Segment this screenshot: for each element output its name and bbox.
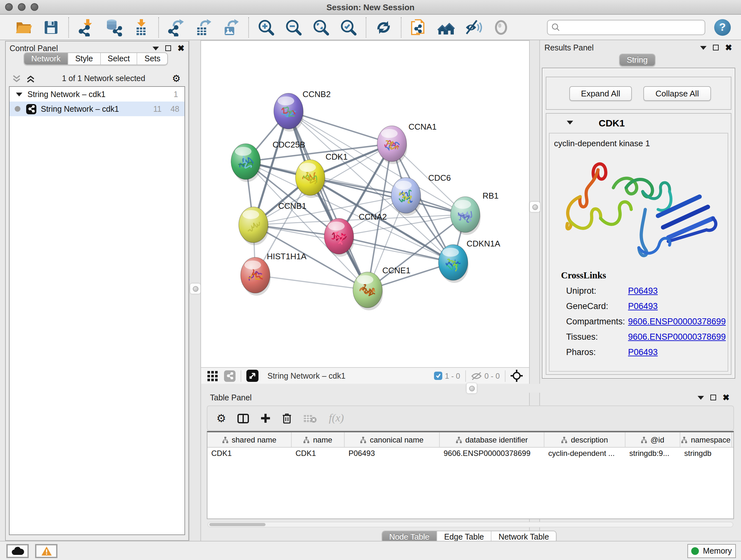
crosslink-pharos-link[interactable]: P06493 [628,348,658,357]
cdk1-section-header[interactable]: CDK1 [546,114,731,132]
table-horizontal-scrollbar[interactable] [207,522,733,527]
column-header-namespace[interactable]: namespace [680,432,732,447]
collection-expand-icon[interactable] [16,92,22,96]
expand-all-networks-icon[interactable] [12,74,21,83]
expand-collapse-box: Expand All Collapse All [546,77,731,110]
graph-node-CDKN1A[interactable] [439,245,468,283]
function-builder-icon[interactable]: f(x) [329,412,344,425]
export-image-button[interactable] [222,18,240,36]
panel-menu-icon[interactable] [152,46,159,50]
column-header--id[interactable]: @id [625,432,680,447]
results-float-panel-icon[interactable] [713,45,719,51]
left-splitter[interactable] [189,40,201,541]
warning-triangle-icon [41,546,52,556]
table-panel-menu-icon[interactable] [697,395,704,399]
table-row[interactable]: CDK1CDK1P064939606.ENSP00000378699cyclin… [207,448,733,460]
import-table-button[interactable] [132,18,150,36]
graph-edge[interactable] [288,111,392,144]
delete-column-trash-icon[interactable] [282,413,292,424]
graph-node-CCNA1[interactable] [377,126,407,164]
graph-node-CCNB2[interactable] [274,93,304,132]
grid-view-icon[interactable] [207,371,218,381]
graph-node-CCNB1[interactable] [239,207,269,245]
network-canvas[interactable]: CCNB2CCNA1CDC25BCDK1CDC6RB1CCNB1CCNA2CDK… [201,41,529,367]
graph-node-CCNE1[interactable] [353,272,383,310]
network-row[interactable]: String Network – cdk1 11 48 [10,102,185,116]
search-input[interactable] [560,22,701,32]
table-cell: P06493 [345,448,440,460]
warnings-button[interactable] [35,544,57,558]
float-panel-icon[interactable] [165,45,171,51]
tab-style[interactable]: Style [68,53,100,64]
graph-node-label: CCNB2 [302,89,331,99]
graph-node-HIST1H1A[interactable] [241,257,271,296]
graph-edge[interactable] [339,236,453,262]
zoom-out-button[interactable] [285,18,302,36]
tab-network[interactable]: Network [24,53,68,64]
collapse-all-button[interactable]: Collapse All [643,86,711,101]
table-float-panel-icon[interactable] [711,395,716,400]
column-header-name[interactable]: name [292,432,345,447]
graph-node-RB1[interactable] [451,197,481,235]
delete-table-icon[interactable] [304,414,318,423]
fit-selection-crosshair-icon[interactable] [511,370,523,382]
hide-results-button[interactable] [465,18,482,36]
crosslink-genecard-link[interactable]: P06493 [628,301,658,311]
column-header-description[interactable]: description [544,432,625,447]
gene-name: CDK1 [599,117,625,128]
cdk1-collapse-icon[interactable] [567,121,573,125]
tab-string[interactable]: String [620,54,655,66]
collapse-all-networks-icon[interactable] [26,74,35,83]
column-header-shared-name[interactable]: shared name [207,432,292,447]
crosslink-compartments-link[interactable]: 9606.ENSP00000378699 [628,317,726,326]
open-session-button[interactable] [15,18,32,36]
tab-select[interactable]: Select [100,53,137,64]
results-panel-menu-icon[interactable] [700,46,706,50]
column-header-canonical-name[interactable]: canonical name [345,432,440,447]
zoom-selected-button[interactable] [340,18,357,36]
create-column-plus-icon[interactable] [261,413,271,423]
graph-node-CDK1[interactable] [295,160,326,198]
import-network-button[interactable] [77,18,95,36]
export-network-button[interactable] [167,18,185,36]
crosslink-tissues-link[interactable]: 9606.ENSP00000378699 [628,332,726,341]
tab-sets[interactable]: Sets [137,53,167,64]
export-table-button[interactable] [195,18,212,36]
save-session-button[interactable] [42,18,60,36]
table-close-panel-icon[interactable]: ✖ [723,393,730,402]
zoom-in-button[interactable] [257,18,275,36]
birds-eye-view-icon[interactable] [246,370,259,382]
memory-status-icon [691,547,699,555]
apply-layout-button[interactable] [375,18,393,36]
crosslink-label: Uniprot: [566,286,628,296]
expand-all-button[interactable]: Expand All [569,86,632,101]
string-home-button[interactable] [437,18,455,36]
show-columns-icon[interactable] [238,414,249,423]
help-button[interactable]: ? [714,19,731,36]
import-database-button[interactable] [105,18,123,36]
search-field[interactable] [547,19,705,35]
graph-edge[interactable] [255,275,367,290]
network-options-gear-icon[interactable]: ⚙ [172,73,181,84]
close-panel-icon[interactable]: ✖ [178,44,185,53]
show-results-button[interactable] [492,18,510,36]
table-settings-gear-icon[interactable]: ⚙ [216,412,226,425]
scrollbar-thumb[interactable] [209,523,266,526]
graph-node-CDC25B[interactable] [231,144,261,182]
floppy-icon [42,18,60,36]
share-document-button[interactable] [410,18,428,36]
network-share-view-icon[interactable] [224,370,235,381]
graph-node-CCNA2[interactable] [324,219,354,257]
selected-checkbox-icon[interactable] [434,372,442,380]
crosslink-uniprot-link[interactable]: P06493 [628,286,658,296]
memory-button[interactable]: Memory [687,544,736,558]
network-graph: CCNB2CCNA1CDC25BCDK1CDC6RB1CCNB1CCNA2CDK… [201,41,529,367]
graph-edge[interactable] [288,111,367,290]
zoom-fit-button[interactable] [312,18,330,36]
cloud-status-button[interactable] [6,544,29,558]
horizontal-splitter[interactable] [201,384,741,393]
network-collection-row[interactable]: String Network – cdk1 1 [10,87,185,102]
column-header-database-identifier[interactable]: database identifier [440,432,544,447]
window-title: Session: New Session [0,2,741,12]
results-close-panel-icon[interactable]: ✖ [725,43,732,52]
